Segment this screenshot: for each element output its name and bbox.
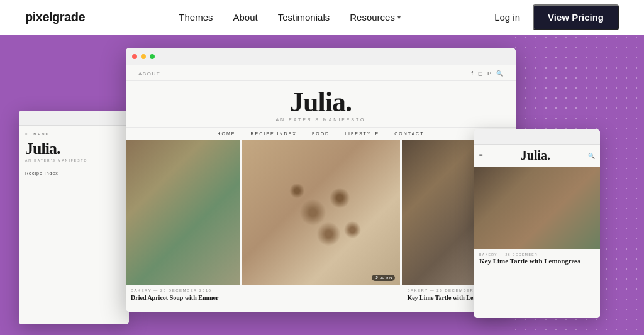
julia-about-label: ABOUT <box>138 71 160 77</box>
right-julia-title: Julia. <box>521 148 550 163</box>
julia-theme-content: ABOUT f ◻ P 🔍 Julia. AN EATER'S MANIFEST… <box>126 65 516 312</box>
julia-site-title: Julia. <box>126 89 516 116</box>
browser-dot-green-right <box>494 135 499 139</box>
julia-nav-home[interactable]: HOME <box>218 131 236 136</box>
food-image-1 <box>126 140 240 285</box>
site-logo[interactable]: pixelgrade <box>25 10 85 25</box>
main-nav: Themes About Testimonials Resources ▾ <box>179 12 401 23</box>
small-nav-recipe[interactable]: Recipe Index <box>25 168 123 178</box>
julia-image-grid: ⏱ 30 MIN ⏱ 30 MIN <box>126 140 516 285</box>
browser-mockup-main: ABOUT f ◻ P 🔍 Julia. AN EATER'S MANIFEST… <box>126 48 516 312</box>
right-post-info: BAKERY — 26 DECEMBER Key Lime Tartle wit… <box>474 249 600 269</box>
post-category-1: BAKERY — 26 DECEMBER 2016 <box>131 288 235 292</box>
grid-item-2: ⏱ 30 MIN <box>242 140 401 285</box>
post-info-1: BAKERY — 26 DECEMBER 2016 Dried Apricot … <box>126 285 240 305</box>
facebook-icon[interactable]: f <box>471 70 473 77</box>
search-icon-right[interactable]: 🔍 <box>588 153 595 159</box>
julia-right-content: ≡ Julia. 🔍 BAKERY — 26 DECEMBER Key Lime… <box>474 145 600 318</box>
instagram-icon[interactable]: ◻ <box>478 70 482 77</box>
chevron-down-icon: ▾ <box>397 14 401 21</box>
julia-small-content: ≡ MENU Julia. AN EATER'S MANIFESTO Recip… <box>19 126 129 324</box>
browser-mockup-left: ≡ MENU Julia. AN EATER'S MANIFESTO Recip… <box>19 111 129 324</box>
browser-dot-red-main <box>132 54 137 59</box>
browser-bar-main <box>126 48 516 65</box>
right-header: ≡ Julia. 🔍 <box>474 145 600 167</box>
clock-icon: ⏱ <box>375 276 379 280</box>
site-header: pixelgrade Themes About Testimonials Res… <box>0 0 644 35</box>
julia-social-icons: f ◻ P 🔍 <box>471 70 503 77</box>
grid-item-1 <box>126 140 240 285</box>
browser-dot-yellow <box>31 116 36 120</box>
search-icon[interactable]: 🔍 <box>496 70 503 77</box>
julia-nav-lifestyle[interactable]: LIFESTYLE <box>345 131 379 136</box>
pinterest-icon[interactable]: P <box>487 70 491 77</box>
timer-badge-1: ⏱ 30 MIN <box>372 275 395 281</box>
browser-dot-green <box>39 116 43 120</box>
browser-dot-yellow-right <box>487 135 491 139</box>
nav-about[interactable]: About <box>233 12 257 23</box>
right-food-image <box>474 167 600 249</box>
view-pricing-button[interactable]: View Pricing <box>533 4 619 30</box>
browser-mockup-right: ≡ Julia. 🔍 BAKERY — 26 DECEMBER Key Lime… <box>474 129 600 318</box>
julia-logo-area: Julia. AN EATER'S MANIFESTO <box>126 81 516 128</box>
main-area: ≡ MENU Julia. AN EATER'S MANIFESTO Recip… <box>0 35 644 335</box>
post-title-1[interactable]: Dried Apricot Soup with Emmer <box>131 294 235 302</box>
small-julia-subtitle: AN EATER'S MANIFESTO <box>25 158 123 162</box>
post-info-center <box>242 285 401 305</box>
browser-dot-red-right <box>479 135 484 139</box>
login-button[interactable]: Log in <box>494 12 520 23</box>
nav-themes[interactable]: Themes <box>179 12 213 23</box>
julia-site-subtitle: AN EATER'S MANIFESTO <box>126 118 516 122</box>
right-post-title[interactable]: Key Lime Tartle with Lemongrass <box>479 256 595 265</box>
browser-bar-right <box>474 129 600 145</box>
browser-dot-red <box>24 116 28 120</box>
hamburger-icon: ≡ <box>25 132 29 136</box>
julia-nav-contact[interactable]: CONTACT <box>394 131 424 136</box>
small-julia-title: Julia. <box>25 141 123 157</box>
cinnamon-rolls-image <box>242 140 401 285</box>
julia-nav-recipe[interactable]: RECIPE INDEX <box>251 131 297 136</box>
julia-post-area: BAKERY — 26 DECEMBER 2016 Dried Apricot … <box>126 285 516 305</box>
julia-main-nav: HOME RECIPE INDEX FOOD LIFESTYLE CONTACT <box>126 128 516 140</box>
julia-nav-food[interactable]: FOOD <box>312 131 330 136</box>
nav-resources[interactable]: Resources ▾ <box>350 12 401 23</box>
header-actions: Log in View Pricing <box>494 4 619 30</box>
julia-site-header: ABOUT f ◻ P 🔍 <box>126 65 516 81</box>
hamburger-icon-right[interactable]: ≡ <box>479 152 483 159</box>
nav-testimonials[interactable]: Testimonials <box>278 12 330 23</box>
small-menu-label: ≡ MENU <box>25 132 123 136</box>
browser-dot-green-main <box>150 54 155 59</box>
browser-dot-yellow-main <box>141 54 146 59</box>
browser-bar-left <box>19 111 129 126</box>
